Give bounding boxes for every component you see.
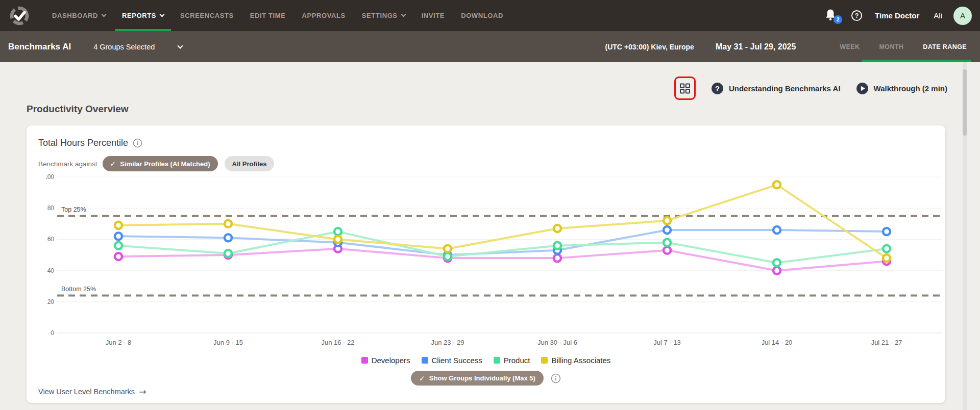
data-point-product [225,250,232,257]
x-tick-label: Jun 16 - 22 [321,339,354,346]
report-toolbar: Benchmarks AI 4 Groups Selected (UTC +03… [0,31,980,62]
chevron-down-icon [178,43,183,48]
x-tick-label: Jun 23 - 29 [431,339,464,346]
check-icon: ✓ [110,160,116,168]
walkthrough-label: Walkthrough (2 min) [874,84,947,93]
nav-item-download[interactable]: DOWNLOAD [453,0,511,31]
walkthrough-link[interactable]: Walkthrough (2 min) [856,82,947,95]
nav-item-label: DOWNLOAD [461,12,503,19]
widgets-grid-button[interactable] [674,76,696,100]
legend-swatch [494,357,500,364]
percentile-line-chart: 020406080100Top 25%Bottom 25%Jun 2 - 8Ju… [46,173,944,353]
x-tick-label: Jun 30 - Jul 6 [537,339,577,346]
groups-selected-label: 4 Groups Selected [93,43,155,51]
page-title: Productivity Overview [27,104,129,115]
y-tick-label: 0 [51,329,54,337]
pill-all-profiles[interactable]: All Profiles [225,156,275,171]
data-point-client-success [773,226,780,234]
nav-item-settings[interactable]: SETTINGS [354,0,413,31]
legend-label: Billing Associates [551,356,610,365]
groups-selector[interactable]: 4 Groups Selected [93,43,182,51]
y-tick-label: 20 [47,298,55,305]
nav-item-label: EDIT TIME [250,12,286,19]
data-point-product [554,242,561,249]
legend-item-developers: Developers [361,356,410,365]
threshold-label: Bottom 25% [61,286,96,293]
y-tick-label: 80 [47,204,55,212]
nav-item-label: SCREENCASTS [180,12,234,19]
notifications-button[interactable]: 2 [824,9,838,23]
data-point-product [115,242,122,249]
data-point-billing-associates [554,225,561,232]
help-icon[interactable]: ? [851,10,863,21]
threshold-label: Top 25% [61,206,86,213]
svg-text:?: ? [715,84,720,92]
x-tick-label: Jun 9 - 15 [213,339,243,346]
data-point-billing-associates [115,222,122,229]
nav-item-label: SETTINGS [362,12,398,19]
data-point-billing-associates [773,181,780,188]
nav-item-reports[interactable]: REPORTS [114,0,172,31]
svg-text:?: ? [855,12,859,19]
user-name[interactable]: Ali [934,11,942,20]
data-point-developers [115,253,122,260]
legend-swatch [361,357,368,364]
nav-item-dashboard[interactable]: DASHBOARD [44,0,114,31]
tab-week[interactable]: WEEK [840,43,860,50]
time-doctor-logo-icon[interactable] [9,6,30,26]
data-point-developers [773,267,780,274]
topbar-right-cluster: 2 ? Time Doctor Ali A [824,7,980,25]
y-tick-label: 100 [46,173,54,181]
data-point-product [444,253,451,260]
x-tick-label: Jul 21 - 27 [871,339,902,346]
info-icon[interactable] [551,373,561,383]
notification-count-badge: 2 [834,15,842,24]
chart-legend: DevelopersClient SuccessProductBilling A… [27,356,945,365]
nav-item-label: INVITE [422,12,445,19]
top-navigation-bar: DASHBOARDREPORTSSCREENCASTSEDIT TIMEAPPR… [0,0,980,31]
nav-item-screencasts[interactable]: SCREENCASTS [172,0,242,31]
scrollbar-thumb[interactable] [963,69,967,136]
data-point-billing-associates [883,254,890,262]
data-point-developers [554,254,561,262]
company-name[interactable]: Time Doctor [875,11,919,20]
data-point-client-success [664,226,671,234]
avatar[interactable]: A [953,7,972,25]
x-tick-label: Jul 7 - 13 [653,339,680,346]
legend-item-billing-associates: Billing Associates [541,356,610,365]
scrollbar-track [963,62,967,410]
nav-item-label: DASHBOARD [52,12,98,19]
arrow-right-icon: → [139,387,146,397]
date-range-value[interactable]: May 31 - Jul 29, 2025 [716,42,796,52]
nav-item-edit-time[interactable]: EDIT TIME [242,0,294,31]
grid-icon [679,82,691,94]
y-tick-label: 40 [47,267,55,274]
info-icon[interactable] [133,138,142,148]
pill-similar-profiles[interactable]: ✓ Similar Profiles (AI Matched) [103,156,218,171]
data-point-billing-associates [225,220,232,227]
pill-all-profiles-label: All Profiles [232,160,267,168]
view-user-level-benchmarks-link[interactable]: View User Level Benchmarks → [38,387,146,397]
data-point-client-success [225,234,232,241]
understanding-benchmarks-link[interactable]: ? Understanding Benchmarks AI [711,82,841,95]
show-groups-individually-button[interactable]: ✓ Show Groups Individually (Max 5) [411,371,544,386]
play-icon [856,82,869,95]
main-nav: DASHBOARDREPORTSSCREENCASTSEDIT TIMEAPPR… [44,0,511,31]
legend-swatch [541,357,548,364]
nav-item-invite[interactable]: INVITE [413,0,453,31]
x-tick-label: Jul 14 - 20 [762,339,793,346]
question-circle-icon: ? [711,82,724,95]
benchmark-against-label: Benchmark against [38,160,97,168]
understanding-benchmarks-label: Understanding Benchmarks AI [729,84,841,93]
data-point-developers [664,247,671,254]
tab-month[interactable]: MONTH [879,43,903,50]
tab-date-range[interactable]: DATE RANGE [923,43,967,50]
nav-item-label: APPROVALS [302,12,345,19]
legend-label: Developers [372,356,410,365]
nav-item-approvals[interactable]: APPROVALS [293,0,353,31]
data-point-billing-associates [444,245,451,252]
helper-row: ? Understanding Benchmarks AI Walkthroug… [674,76,947,100]
data-point-client-success [883,228,890,235]
view-user-level-benchmarks-label: View User Level Benchmarks [38,388,135,396]
series-line-billing-associates [118,185,887,258]
